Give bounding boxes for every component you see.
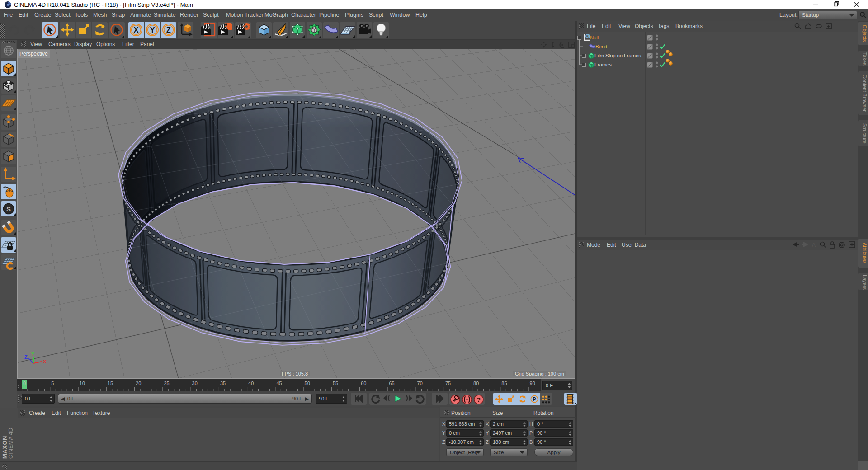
svg-text:85: 85 (501, 381, 507, 386)
svg-text:25: 25 (164, 381, 169, 386)
svg-text:X: X (134, 26, 139, 34)
svg-text:S: S (6, 205, 11, 213)
svg-text:90: 90 (530, 381, 535, 386)
svg-text:40: 40 (248, 381, 254, 386)
svg-text:70: 70 (417, 381, 423, 386)
svg-text:50: 50 (305, 381, 310, 386)
svg-text:75: 75 (445, 381, 451, 386)
svg-text:55: 55 (333, 381, 338, 386)
svg-text:30: 30 (192, 381, 198, 386)
svg-text:Y: Y (31, 351, 35, 357)
svg-text:P: P (533, 397, 536, 402)
svg-text:20: 20 (136, 381, 141, 386)
svg-text:10: 10 (80, 381, 85, 386)
svg-text:0: 0 (23, 381, 26, 386)
svg-text:Y: Y (150, 26, 155, 34)
svg-text:60: 60 (361, 381, 366, 386)
svg-text:80: 80 (473, 381, 479, 386)
svg-text:?: ? (477, 396, 481, 403)
svg-text:0: 0 (586, 34, 589, 38)
svg-text:Z: Z (24, 354, 28, 360)
svg-text:45: 45 (276, 381, 282, 386)
svg-text:5: 5 (51, 381, 54, 386)
svg-text:Z: Z (166, 26, 171, 34)
svg-text:65: 65 (389, 381, 394, 386)
svg-text:15: 15 (108, 381, 113, 386)
svg-text:X: X (43, 359, 47, 364)
svg-text:A: A (812, 242, 816, 248)
svg-text:35: 35 (220, 381, 226, 386)
